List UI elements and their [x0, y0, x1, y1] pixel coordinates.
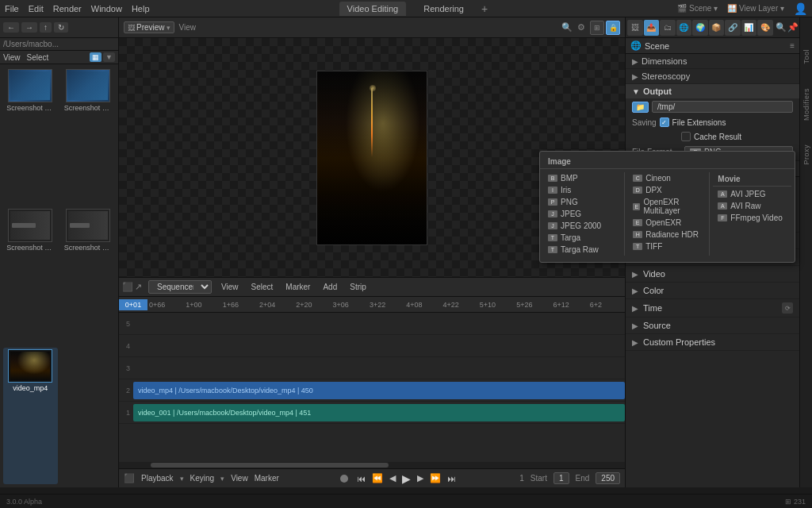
preview-dropdown-arrow[interactable]: ▾ [167, 24, 170, 32]
list-item[interactable]: I Iris [543, 184, 621, 196]
render-props-icon[interactable]: 🖼 [627, 20, 643, 36]
scene-selector[interactable]: 🎬 Scene ▾ [677, 4, 718, 13]
vtab-proxy[interactable]: Proxy [802, 144, 810, 165]
sequencer-dropdown[interactable]: Sequencer [148, 280, 212, 294]
list-item[interactable]: Screenshot 2... [3, 67, 58, 204]
source-section[interactable]: ▶ Source [626, 318, 799, 334]
list-item[interactable]: Screenshot 2... [3, 207, 58, 344]
timeline-body[interactable]: 5 4 3 2 video_mp4 | /Users/macbook/Deskt… [119, 313, 625, 462]
transport-view-menu[interactable]: View [231, 474, 248, 483]
view-menu[interactable]: View [3, 53, 21, 62]
file-extensions-checkbox[interactable]: ✓ [660, 117, 669, 127]
video-section[interactable]: ▶ Video [626, 266, 799, 283]
menu-render[interactable]: Render [53, 4, 82, 13]
list-item[interactable]: T Targa Raw [543, 244, 621, 256]
list-item[interactable]: F FFmpeg Video [713, 212, 791, 224]
scroll-strip[interactable] [119, 462, 625, 468]
jump-fwd-btn[interactable]: ⏩ [427, 472, 443, 484]
time-extra-icon[interactable]: ⟳ [782, 302, 793, 314]
list-item[interactable]: Screenshot 2... [61, 67, 116, 204]
data-props-icon[interactable]: 📊 [741, 20, 757, 36]
list-item[interactable]: E OpenEXR [628, 217, 706, 229]
list-item[interactable]: J JPEG [543, 208, 621, 220]
scene-props-icon[interactable]: 🌐 [676, 20, 692, 36]
view-layer-props-icon[interactable]: 🗂 [660, 20, 676, 36]
list-item[interactable]: D DPX [628, 184, 706, 196]
seq-add-menu[interactable]: Add [320, 281, 340, 293]
list-item[interactable]: video_mp4 [3, 348, 58, 484]
dimensions-section[interactable]: ▶ Dimensions [626, 54, 799, 69]
preview-view-btn[interactable]: View [179, 23, 197, 32]
vtab-modifiers[interactable]: Modifiers [802, 88, 810, 121]
step-fwd-btn[interactable]: ▶ [415, 472, 426, 484]
track-strip[interactable]: video_001 | /Users/macbook/Desktop/video… [133, 404, 625, 421]
menu-help[interactable]: Help [132, 4, 150, 13]
step-back-btn[interactable]: ◀ [387, 472, 398, 484]
list-item[interactable]: T Targa [543, 232, 621, 244]
world-props-icon[interactable]: 🌍 [692, 20, 708, 36]
output-props-icon[interactable]: 📤 [644, 20, 660, 36]
menu-file[interactable]: File [5, 4, 19, 13]
nav-forward-btn[interactable]: → [21, 22, 37, 33]
jump-start-btn[interactable]: ⏮ [354, 473, 368, 484]
keying-menu[interactable]: Keying [190, 474, 215, 483]
search-icon[interactable]: 🔍 [775, 21, 787, 34]
custom-properties-section[interactable]: ▶ Custom Properties [626, 334, 799, 351]
output-section-header[interactable]: ▼ Output [626, 84, 799, 98]
workspace-tab-rendering[interactable]: Rendering [416, 2, 472, 16]
seq-select-menu[interactable]: Select [248, 281, 277, 293]
pin-icon[interactable]: 📌 [787, 21, 799, 34]
filter-btn[interactable]: ▼ [103, 52, 115, 62]
list-item[interactable]: T TIFF [628, 241, 706, 252]
grid-view-btn[interactable]: ▦ [90, 52, 102, 62]
overlay-btn[interactable]: ⊞ [590, 21, 604, 35]
obj-props-icon[interactable]: 📦 [709, 20, 725, 36]
transport-marker-menu[interactable]: Marker [255, 474, 279, 483]
add-tab-btn[interactable]: + [481, 2, 488, 15]
settings-icon[interactable]: ⚙ [577, 22, 585, 33]
output-path-field[interactable]: /tmp/ [652, 101, 793, 113]
stereoscopy-section[interactable]: ▶ Stereoscopy [626, 69, 799, 84]
cache-result-checkbox[interactable] [681, 132, 691, 141]
lock-btn[interactable]: 🔒 [606, 21, 620, 35]
preview-dropdown[interactable]: Preview [136, 23, 165, 32]
scroll-thumb[interactable] [151, 463, 389, 468]
time-section[interactable]: ▶ Time ⟳ [626, 299, 799, 318]
list-item[interactable]: A AVI Raw [713, 200, 791, 212]
path-picker-btn[interactable]: 📁 [632, 102, 649, 113]
vtab-tool[interactable]: Tool [802, 49, 810, 64]
list-item[interactable]: P PNG [543, 196, 621, 208]
list-item[interactable]: Screenshot 2... [61, 207, 116, 344]
seq-marker-menu[interactable]: Marker [282, 281, 313, 293]
view-layer-selector[interactable]: 🪟 View Layer ▾ [727, 4, 784, 13]
menu-edit[interactable]: Edit [29, 4, 44, 13]
scene-menu-btn[interactable]: ≡ [790, 41, 795, 50]
material-props-icon[interactable]: 🎨 [757, 20, 773, 36]
playback-menu[interactable]: Playback [141, 474, 174, 483]
play-btn[interactable]: ▶ [400, 471, 413, 486]
list-item[interactable]: H Radiance HDR [628, 229, 706, 241]
jump-end-btn[interactable]: ⏭ [445, 473, 458, 484]
list-item[interactable]: E OpenEXR MultiLayer [628, 196, 706, 217]
frame-start-value[interactable]: 1 [553, 472, 569, 484]
list-item[interactable]: B BMP [543, 172, 621, 184]
select-menu[interactable]: Select [27, 53, 49, 62]
nav-back-btn[interactable]: ← [3, 22, 19, 33]
track-strip[interactable]: video_mp4 | /Users/macbook/Desktop/video… [133, 382, 625, 399]
zoom-icon[interactable]: 🔍 [561, 22, 573, 33]
list-item[interactable]: C Cineon [628, 172, 706, 184]
frame-end-value[interactable]: 250 [596, 472, 620, 484]
seq-strip-menu[interactable]: Strip [347, 281, 370, 293]
color-section[interactable]: ▶ Color [626, 283, 799, 299]
seq-view-menu[interactable]: View [218, 281, 242, 293]
jump-back-btn[interactable]: ⏪ [370, 472, 385, 484]
workspace-tab-active[interactable]: Video Editing [339, 2, 407, 16]
list-item[interactable]: A AVI JPEG [713, 188, 791, 200]
constraint-props-icon[interactable]: 🔗 [725, 20, 741, 36]
nav-refresh-btn[interactable]: ↻ [54, 22, 68, 33]
list-item[interactable]: J JPEG 2000 [543, 220, 621, 232]
playback-arrow[interactable]: ▾ [180, 475, 184, 483]
keying-arrow[interactable]: ▾ [220, 475, 224, 483]
menu-window[interactable]: Window [91, 4, 122, 13]
nav-up-btn[interactable]: ↑ [40, 22, 52, 33]
